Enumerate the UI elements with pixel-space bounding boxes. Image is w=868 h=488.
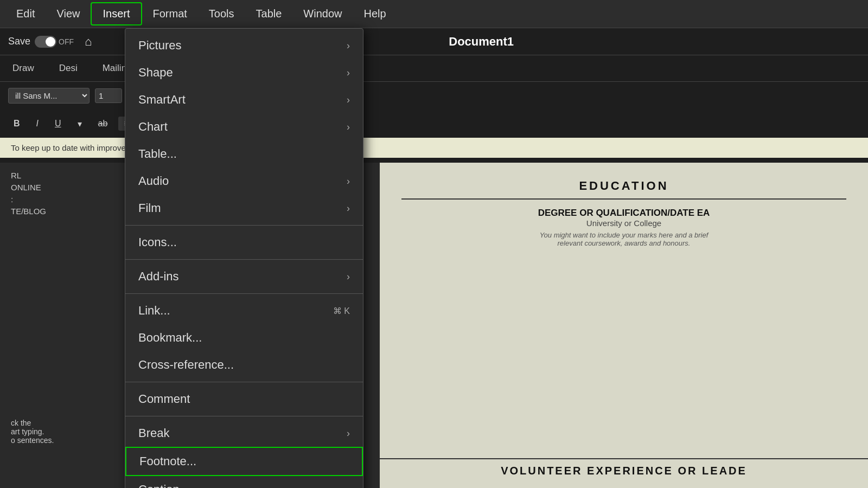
divider-1 xyxy=(125,225,363,226)
menu-item-pictures[interactable]: Pictures › xyxy=(125,32,363,59)
university-label: University or College xyxy=(401,219,846,228)
menu-item-chart[interactable]: Chart › xyxy=(125,113,363,140)
strikethrough-btn[interactable]: ab xyxy=(93,117,113,131)
arrow-icon: › xyxy=(347,94,350,106)
save-label: Save xyxy=(8,36,30,47)
menu-help[interactable]: Help xyxy=(353,3,397,24)
shortcut-label: ⌘ K xyxy=(333,306,350,316)
document-right-area: EDUCATION DEGREE OR QUALIFICATION/DATE E… xyxy=(380,163,868,488)
toggle-knob[interactable] xyxy=(35,36,56,48)
menu-edit[interactable]: Edit xyxy=(5,3,46,24)
toggle-label: OFF xyxy=(59,37,74,46)
menu-item-link[interactable]: Link... ⌘ K xyxy=(125,297,363,324)
menu-item-bookmark[interactable]: Bookmark... xyxy=(125,324,363,351)
arrow-icon: › xyxy=(347,121,350,133)
autosave-toggle[interactable]: OFF xyxy=(35,36,74,48)
menu-tools[interactable]: Tools xyxy=(198,3,245,24)
save-area: Save OFF xyxy=(8,36,74,48)
menu-item-break[interactable]: Break › xyxy=(125,420,363,447)
home-icon[interactable]: ⌂ xyxy=(85,35,92,49)
insert-dropdown: Pictures › Shape › SmartArt › Chart › Ta… xyxy=(125,28,363,488)
menu-format[interactable]: Format xyxy=(142,3,198,24)
divider-3 xyxy=(125,293,363,294)
divider-2 xyxy=(125,259,363,260)
divider-4 xyxy=(125,382,363,382)
menu-item-crossref[interactable]: Cross-reference... xyxy=(125,351,363,378)
menu-item-icons[interactable]: Icons... xyxy=(125,229,363,256)
menu-item-comment[interactable]: Comment xyxy=(125,386,363,413)
menu-item-shape[interactable]: Shape › xyxy=(125,59,363,86)
tab-desi[interactable]: Desi xyxy=(55,61,82,76)
arrow-icon: › xyxy=(347,67,350,79)
menu-view[interactable]: View xyxy=(46,3,91,24)
arrow-icon: › xyxy=(347,271,350,282)
arrow-icon: › xyxy=(347,176,350,187)
font-size-input[interactable] xyxy=(95,88,122,103)
font-name-selector[interactable]: ill Sans M... xyxy=(8,88,90,104)
menu-item-smartart[interactable]: SmartArt › xyxy=(125,86,363,113)
volunteer-title: VOLUNTEER EXPERIENCE OR LEADE xyxy=(501,465,747,477)
menu-item-footnote[interactable]: Footnote... xyxy=(125,447,363,476)
underline-btn[interactable]: U xyxy=(49,117,67,131)
left-doc-note: ck theart typing.o sentences. xyxy=(11,419,54,445)
menu-bar: Edit View Insert Format Tools Table Wind… xyxy=(0,0,868,28)
menu-window[interactable]: Window xyxy=(292,3,353,24)
divider-5 xyxy=(125,416,363,416)
menu-item-addins[interactable]: Add-ins › xyxy=(125,263,363,290)
degree-note: You might want to include your marks her… xyxy=(401,231,846,247)
underline-dropdown-btn[interactable]: ▾ xyxy=(72,117,87,131)
arrow-icon: › xyxy=(347,428,350,439)
dropdown-menu-container: Pictures › Shape › SmartArt › Chart › Ta… xyxy=(125,28,363,488)
menu-item-audio[interactable]: Audio › xyxy=(125,168,363,195)
italic-btn[interactable]: I xyxy=(31,117,44,131)
tab-draw[interactable]: Draw xyxy=(8,61,39,76)
arrow-icon: › xyxy=(347,203,350,214)
menu-table[interactable]: Table xyxy=(245,3,293,24)
menu-item-table[interactable]: Table... xyxy=(125,140,363,168)
bold-btn[interactable]: B xyxy=(8,117,25,131)
degree-label: DEGREE OR QUALIFICATION/DATE EA xyxy=(401,208,846,219)
menu-item-film[interactable]: Film › xyxy=(125,195,363,222)
menu-insert[interactable]: Insert xyxy=(91,2,142,25)
menu-item-caption[interactable]: Caption... xyxy=(125,476,363,488)
arrow-icon: › xyxy=(347,40,350,52)
edu-title: EDUCATION xyxy=(579,179,668,192)
